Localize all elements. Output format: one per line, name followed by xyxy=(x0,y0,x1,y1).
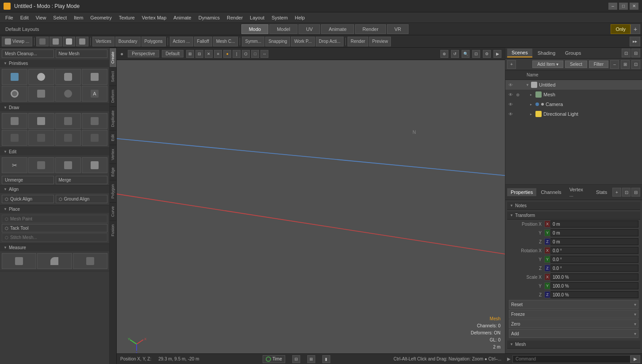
scenes-filter-icon[interactable]: ⊡ xyxy=(631,60,640,69)
draw-pen[interactable] xyxy=(2,113,27,129)
vp-zoom-icon[interactable]: 🔍 xyxy=(462,50,470,58)
menu-help[interactable]: Help xyxy=(291,14,309,21)
select-mode-btn[interactable] xyxy=(50,37,62,46)
tree-item-camera[interactable]: 👁 ▸ Camera xyxy=(505,99,642,109)
tree-item-light[interactable]: 👁 ▸ Directional Light xyxy=(505,109,642,119)
draw-tool8[interactable] xyxy=(82,130,107,146)
merge-button[interactable]: Merge xyxy=(56,176,108,184)
tl-icon1[interactable]: ⊟ xyxy=(292,355,300,363)
mesh-cleanup-button[interactable]: Mesh Cleanup... xyxy=(2,49,54,58)
vp-camera-icon[interactable]: ● xyxy=(223,50,231,58)
polygons-btn[interactable]: Polygons xyxy=(141,37,166,46)
menu-select[interactable]: Select xyxy=(50,14,70,21)
edit-header[interactable]: Edit xyxy=(0,148,109,155)
ground-align-button[interactable]: ⬡ Ground Align xyxy=(56,195,108,203)
prim-sphere[interactable] xyxy=(28,69,54,85)
edit-mesh[interactable] xyxy=(82,157,107,173)
scenes-tab-groups[interactable]: Groups xyxy=(561,49,585,57)
vp-expand-icon[interactable]: ↔ xyxy=(260,50,268,58)
prim-text[interactable]: A xyxy=(82,86,107,102)
menu-texture[interactable]: Texture xyxy=(115,14,138,21)
measure-header[interactable]: Measure xyxy=(0,244,109,251)
vp-square-icon[interactable]: □ xyxy=(251,50,259,58)
side-tab-edge[interactable]: Edge xyxy=(110,163,116,180)
place-header[interactable]: Place xyxy=(0,205,109,213)
prim-cone[interactable] xyxy=(82,69,107,85)
workplane-btn[interactable]: Work P... xyxy=(291,37,315,46)
scale-x-input[interactable] xyxy=(550,273,638,281)
menu-system[interactable]: System xyxy=(268,14,291,21)
minimize-button[interactable]: – xyxy=(608,3,617,10)
side-tab-vertex[interactable]: Vertex xyxy=(110,145,116,164)
side-tab-curve[interactable]: Curve xyxy=(110,202,116,220)
new-mesh-button[interactable]: New Mesh xyxy=(56,49,108,58)
maximize-button[interactable]: □ xyxy=(619,3,628,10)
menu-dynamics[interactable]: Dynamics xyxy=(195,14,223,21)
menu-item[interactable]: Item xyxy=(70,14,87,21)
side-tab-create[interactable]: Create xyxy=(110,48,116,67)
prim-cylinder[interactable] xyxy=(28,86,54,102)
close-button[interactable]: ✕ xyxy=(630,3,638,10)
command-input[interactable] xyxy=(512,355,631,363)
tab-model[interactable]: Model xyxy=(269,24,298,34)
scenes-collapse[interactable]: – xyxy=(610,60,619,69)
props-tab-stats[interactable]: Stats xyxy=(592,188,611,196)
scale-y-input[interactable] xyxy=(550,282,638,289)
tack-tool-button[interactable]: ⬡ Tack Tool xyxy=(2,224,107,232)
side-tab-select[interactable]: Select xyxy=(110,67,116,86)
tree-item-mesh[interactable]: 👁 ⊕ ▸ Mesh xyxy=(505,90,642,99)
zero-dropdown[interactable]: Zero xyxy=(509,319,638,328)
vis-mesh[interactable]: 👁 xyxy=(507,91,514,98)
edit-square[interactable] xyxy=(28,157,54,173)
menu-animate[interactable]: Animate xyxy=(170,14,195,21)
vp-center-icon[interactable]: ⊕ xyxy=(440,50,448,58)
time-button[interactable]: Time xyxy=(263,355,285,363)
vis-untitled[interactable]: 👁 xyxy=(507,81,514,88)
scenes-grid-view[interactable]: ⊞ xyxy=(621,60,630,69)
lock-untitled[interactable] xyxy=(514,81,521,88)
side-tab-edit[interactable]: Edit xyxy=(110,130,116,145)
snapping-btn[interactable]: Snapping xyxy=(265,37,290,46)
vp-reset-icon[interactable]: ↺ xyxy=(451,50,459,58)
vp-pin-icon[interactable]: | xyxy=(233,50,241,58)
menu-layout[interactable]: Layout xyxy=(246,14,268,21)
tab-vr[interactable]: VR xyxy=(387,24,409,34)
rotation-z-input[interactable] xyxy=(550,265,638,272)
add-item-button[interactable]: Add Item xyxy=(532,61,563,68)
scenes-dock[interactable]: ⊟ xyxy=(631,49,640,57)
component-mode-btn[interactable] xyxy=(36,37,49,46)
perspective-button[interactable]: Perspective xyxy=(128,50,159,57)
props-tab-channels[interactable]: Channels xyxy=(537,188,565,196)
mesh-c-btn[interactable]: Mesh C... xyxy=(213,37,238,46)
viewport-canvas[interactable]: N X Y Z Mesh Channels: 0 Deformers: ON G… xyxy=(117,60,505,364)
only-button[interactable]: Only xyxy=(611,24,631,34)
unmerge-button[interactable]: Unmerge xyxy=(2,176,54,184)
draw-bezier[interactable] xyxy=(82,113,107,129)
lock-mesh[interactable]: ⊕ xyxy=(514,91,521,98)
rotation-x-input[interactable] xyxy=(550,247,638,254)
symm-btn[interactable]: Symm... xyxy=(242,37,264,46)
primitives-header[interactable]: Primitives xyxy=(0,60,109,67)
preview-btn[interactable]: Preview xyxy=(369,37,391,46)
transform-header[interactable]: Transform xyxy=(507,212,640,220)
menu-edit[interactable]: Edit xyxy=(17,14,32,21)
scale-z-input[interactable] xyxy=(550,291,638,298)
command-send-button[interactable]: ▶ xyxy=(631,355,640,363)
edit-pin[interactable] xyxy=(55,157,81,173)
menu-render[interactable]: Render xyxy=(223,14,246,21)
vp-fit-icon[interactable]: ⊡ xyxy=(472,50,480,58)
vis-camera[interactable]: 👁 xyxy=(507,101,514,108)
rotation-y-input[interactable] xyxy=(550,256,638,263)
tab-render[interactable]: Render xyxy=(355,24,386,34)
tab-uv[interactable]: UV xyxy=(298,24,320,34)
falloff-btn[interactable]: Falloff xyxy=(194,37,212,46)
vp-grid-icon[interactable]: ⊞ xyxy=(186,50,194,58)
scenes-tab-scenes[interactable]: Scenes xyxy=(507,49,532,57)
notes-header[interactable]: Notes xyxy=(507,202,640,210)
vis-light[interactable]: 👁 xyxy=(507,110,514,118)
props-dock[interactable]: ⊟ xyxy=(631,188,640,197)
props-plus[interactable]: + xyxy=(612,188,621,197)
menu-file[interactable]: File xyxy=(2,14,17,21)
edit-cut[interactable]: ✂ xyxy=(2,157,27,173)
side-tab-deform[interactable]: Deform xyxy=(110,86,116,106)
